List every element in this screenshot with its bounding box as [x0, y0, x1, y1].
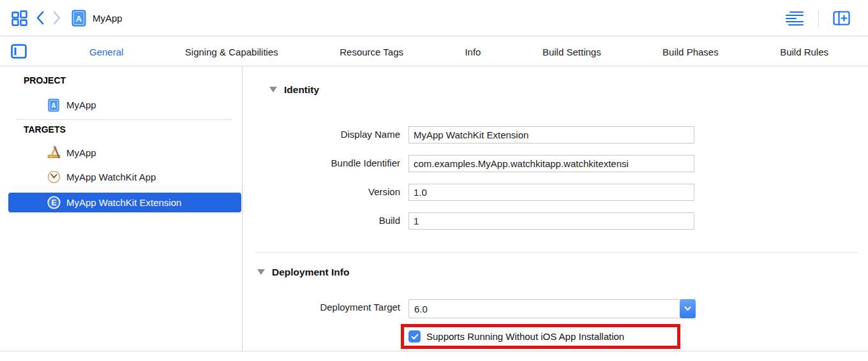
app-doc-letter: A: [76, 14, 82, 24]
sidebar-divider: [16, 119, 232, 120]
targets-group-header: TARGETS: [24, 124, 66, 135]
extension-target-icon: E: [46, 196, 61, 209]
version-field[interactable]: [408, 184, 694, 201]
deployment-target-label: Deployment Target: [243, 302, 400, 313]
navigate-forward-icon[interactable]: [52, 11, 61, 25]
combobox-dropdown-button[interactable]: [680, 299, 696, 318]
sidebar-item-label: MyApp: [66, 147, 96, 158]
navigate-back-icon[interactable]: [36, 11, 45, 25]
related-items-icon[interactable]: [11, 10, 27, 26]
project-group-header: PROJECT: [24, 75, 66, 85]
tab-resource-tags[interactable]: Resource Tags: [340, 47, 403, 57]
xcode-window: A MyApp: [0, 0, 868, 361]
tab-info[interactable]: Info: [465, 47, 481, 57]
disclosure-triangle-icon[interactable]: [257, 269, 265, 276]
tab-build-settings[interactable]: Build Settings: [542, 47, 601, 57]
build-field[interactable]: [408, 212, 694, 230]
sidebar-item-target-watchkit-extension[interactable]: E MyApp WatchKit Extension: [8, 193, 241, 212]
target-settings-tabbar: General Signing & Capabilities Resource …: [0, 37, 868, 66]
annotation-highlight-box: Supports Running Without iOS App Install…: [401, 324, 680, 349]
tab-build-rules[interactable]: Build Rules: [780, 47, 828, 57]
checkmark-icon: [411, 334, 419, 340]
chevron-down-icon: [684, 306, 691, 311]
version-label: Version: [243, 186, 400, 197]
editor-options-icon[interactable]: [785, 10, 804, 27]
project-file-icon: A: [46, 98, 61, 112]
tab-signing-capabilities[interactable]: Signing & Capabilities: [185, 47, 278, 57]
identity-section-title: Identity: [284, 84, 319, 96]
sidebar-item-label: MyApp: [66, 99, 96, 110]
toolbar-separator: [818, 10, 819, 27]
jump-bar: A MyApp: [0, 0, 868, 36]
watch-app-icon: [46, 170, 61, 184]
sidebar-item-target-watchkit-app[interactable]: MyApp WatchKit App: [8, 167, 241, 187]
supports-running-checkbox[interactable]: [408, 330, 421, 343]
deployment-section-header: Deployment Info: [257, 267, 349, 278]
deployment-target-value: 6.0: [414, 304, 428, 314]
deployment-target-combobox[interactable]: 6.0: [408, 299, 696, 318]
disclosure-triangle-icon[interactable]: [269, 87, 277, 93]
sidebar-item-label: MyApp WatchKit Extension: [66, 197, 181, 208]
add-editor-icon[interactable]: [833, 11, 850, 26]
deployment-section-title: Deployment Info: [272, 267, 349, 278]
extension-letter: E: [51, 198, 56, 207]
project-document-icon[interactable]: A: [71, 10, 86, 27]
identity-section-header: Identity: [269, 84, 319, 96]
sidebar-item-label: MyApp WatchKit App: [66, 172, 156, 182]
bundle-identifier-label: Bundle Identifier: [243, 158, 400, 168]
display-name-label: Display Name: [243, 129, 400, 140]
svg-text:A: A: [51, 102, 56, 109]
settings-tabs: General Signing & Capabilities Resource …: [89, 37, 828, 66]
supports-running-label: Supports Running Without iOS App Install…: [426, 331, 624, 342]
tab-general[interactable]: General: [89, 47, 123, 57]
toolbar-right-group: [785, 0, 868, 36]
sidebar-item-target-myapp[interactable]: MyApp: [8, 143, 241, 163]
bundle-identifier-field[interactable]: [408, 155, 694, 172]
general-settings-editor: Identity Display Name Bundle Identifier …: [243, 67, 868, 351]
sidebar-toggle-icon[interactable]: [11, 44, 27, 61]
build-label: Build: [243, 215, 400, 226]
section-divider: [255, 252, 858, 253]
project-targets-sidebar: PROJECT A MyApp TARGETS: [0, 67, 243, 351]
app-target-icon: [46, 146, 61, 160]
display-name-field[interactable]: [408, 126, 694, 144]
editor-bottom-divider: [0, 351, 868, 351]
toolbar-title: MyApp: [93, 13, 123, 24]
tab-build-phases[interactable]: Build Phases: [662, 47, 719, 57]
sidebar-item-project-myapp[interactable]: A MyApp: [8, 95, 241, 115]
